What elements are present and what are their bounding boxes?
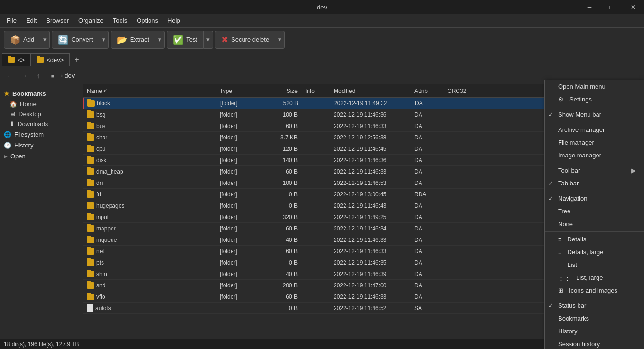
downloads-icon: ⬇ — [9, 120, 15, 128]
file-cell-type: [folder] — [216, 247, 263, 256]
file-cell-size: 3.7 KB — [263, 133, 301, 142]
extract-dropdown[interactable]: ▾ — [155, 31, 165, 49]
file-cell-attrib: SA — [411, 304, 444, 312]
convert-dropdown[interactable]: ▾ — [99, 31, 109, 49]
sidebar-item-desktop[interactable]: 🖥 Desktop — [0, 109, 83, 119]
file-cell-name: snd — [83, 281, 216, 290]
tab-label-dev: <dev> — [47, 56, 64, 64]
sidebar-downloads-label: Downloads — [18, 120, 48, 128]
nav-back-button[interactable]: ← — [4, 70, 16, 82]
file-cell-modified: 2022-12-19 11:46:53 — [330, 179, 411, 187]
minimize-button[interactable]: ─ — [579, 0, 600, 14]
file-cell-name: cpu — [83, 145, 216, 153]
sidebar-item-downloads[interactable]: ⬇ Downloads — [0, 119, 83, 129]
file-cell-modified: 2022-12-19 11:46:45 — [330, 145, 411, 153]
col-header-attrib[interactable]: Attrib — [411, 86, 444, 96]
file-cell-crc32 — [444, 296, 482, 298]
tab-label-root: <> — [18, 56, 25, 64]
file-cell-info — [301, 114, 330, 116]
dropdown-image-manager[interactable]: Image manager — [545, 149, 644, 162]
secure-delete-button[interactable]: ✖ Secure delete — [215, 31, 275, 49]
file-icon — [87, 304, 93, 312]
col-header-crc32[interactable]: CRC32 — [444, 86, 482, 96]
col-header-size[interactable]: Size — [263, 86, 301, 96]
list-large-icon: ⋮⋮ — [558, 274, 570, 281]
file-cell-name: block — [84, 99, 216, 108]
sidebar-item-filesystem[interactable]: 🌐 Filesystem — [0, 129, 83, 140]
menu-organize[interactable]: Organize — [74, 15, 108, 26]
menu-file[interactable]: File — [2, 15, 21, 26]
menu-options[interactable]: Options — [132, 15, 163, 26]
folder-icon — [87, 282, 94, 289]
file-cell-name: mapper — [83, 224, 216, 233]
folder-icon — [87, 191, 94, 198]
file-cell-crc32 — [444, 114, 482, 116]
dropdown-navigation[interactable]: ✓ Navigation — [545, 192, 644, 205]
file-cell-modified: 2022-12-19 12:56:38 — [330, 133, 411, 142]
maximize-button[interactable]: □ — [600, 0, 622, 14]
menu-edit[interactable]: Edit — [21, 15, 41, 26]
dropdown-toolbar[interactable]: Tool bar ▶ — [545, 164, 644, 177]
file-cell-info — [301, 216, 330, 218]
add-button-group: 📦 Add ▾ — [4, 31, 50, 49]
dropdown-history[interactable]: History — [545, 325, 644, 338]
secure-delete-button-group: ✖ Secure delete ▾ — [215, 31, 285, 49]
dropdown-archive-manager[interactable]: Archive manager — [545, 123, 644, 136]
dropdown-bookmarks[interactable]: Bookmarks — [545, 312, 644, 325]
dropdown-open-main-menu[interactable]: Open Main menu — [545, 80, 644, 93]
close-button[interactable]: ✕ — [622, 0, 644, 14]
breadcrumb-dev: dev — [65, 72, 75, 79]
col-header-name[interactable]: Name < — [83, 86, 216, 96]
col-header-modified[interactable]: Modified — [330, 86, 411, 96]
file-cell-attrib: DA — [411, 270, 444, 278]
folder-icon — [87, 180, 94, 186]
dropdown-status-bar[interactable]: ✓ Status bar — [545, 299, 644, 312]
dropdown-list[interactable]: ≡List — [545, 258, 644, 271]
file-cell-info — [301, 228, 330, 230]
tab-root[interactable]: <> — [2, 53, 31, 66]
sidebar-item-history[interactable]: 🕐 History — [0, 140, 83, 151]
add-dropdown[interactable]: ▾ — [40, 31, 50, 49]
secure-delete-dropdown[interactable]: ▾ — [275, 31, 285, 49]
file-cell-type: [folder] — [216, 99, 264, 108]
menu-tools[interactable]: Tools — [108, 15, 132, 26]
dropdown-none-nav[interactable]: None — [545, 218, 644, 230]
tab-add-button[interactable]: + — [70, 54, 84, 66]
dropdown-session-history[interactable]: Session history — [545, 338, 644, 349]
sidebar-bookmarks-header[interactable]: ★ Bookmarks — [0, 88, 83, 99]
nav-up-button[interactable]: ↑ — [32, 70, 45, 82]
folder-icon — [87, 225, 94, 232]
add-button[interactable]: 📦 Add — [4, 31, 40, 49]
dropdown-list-large[interactable]: ⋮⋮List, large — [545, 271, 644, 284]
dropdown-icons-images[interactable]: ⊞Icons and images — [545, 284, 644, 297]
test-button[interactable]: ✅ Test — [167, 31, 204, 49]
extract-button-group: 📂 Extract ▾ — [111, 31, 165, 49]
dropdown-show-menubar[interactable]: ✓ Show Menu bar — [545, 108, 644, 121]
dropdown-file-manager[interactable]: File manager — [545, 136, 644, 149]
dropdown-details-large[interactable]: ≡Details, large — [545, 246, 644, 258]
dropdown-details[interactable]: ≡Details — [545, 233, 644, 246]
secure-delete-icon: ✖ — [221, 35, 228, 45]
col-header-type[interactable]: Type — [216, 86, 263, 96]
menu-browser[interactable]: Browser — [41, 15, 74, 26]
nav-forward-button[interactable]: → — [18, 70, 30, 82]
file-cell-crc32 — [444, 159, 482, 161]
col-header-info[interactable]: Info — [301, 86, 330, 96]
sidebar-item-open[interactable]: ▶ Open — [0, 151, 83, 162]
file-cell-modified: 2022-12-19 11:46:39 — [330, 270, 411, 278]
tab-dev[interactable]: <dev> — [31, 53, 70, 66]
settings-icon: ⚙ — [558, 96, 564, 103]
menu-help[interactable]: Help — [163, 15, 185, 26]
sidebar-item-home[interactable]: 🏠 Home — [0, 99, 83, 109]
file-cell-name: dri — [83, 179, 216, 187]
dropdown-tree[interactable]: Tree — [545, 205, 644, 218]
extract-button[interactable]: 📂 Extract — [111, 31, 155, 49]
nav-home-button[interactable]: ■ — [47, 70, 59, 82]
dropdown-settings[interactable]: ⚙Settings — [545, 93, 644, 106]
file-cell-attrib: DA — [411, 110, 444, 119]
dropdown-tabbar[interactable]: ✓ Tab bar — [545, 177, 644, 190]
convert-icon: 🔄 — [58, 35, 68, 45]
test-dropdown[interactable]: ▾ — [204, 31, 213, 49]
file-cell-type: [folder] — [216, 190, 263, 199]
convert-button[interactable]: 🔄 Convert — [52, 31, 99, 49]
